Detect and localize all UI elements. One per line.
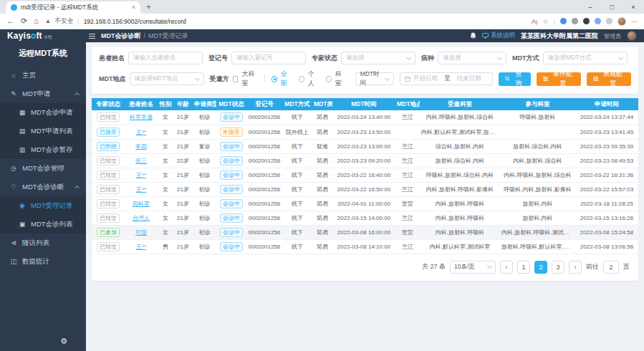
cell-age: 21岁 [173,110,193,125]
new-tab-button[interactable]: + [146,2,151,12]
condition-config-button[interactable]: 条件配置 [537,72,581,86]
sidebar-item-mdt-consult-draft[interactable]: ▥MDT会诊暂存 [0,140,86,159]
next-page-button[interactable]: › [569,261,582,274]
extension-icon[interactable] [606,18,612,24]
mdt-place-select[interactable]: 请选择MDT地点 [130,72,204,85]
app-logo[interactable]: Kayisoft 卡司 [0,31,86,41]
sidebar-item-mdt-consult-manage[interactable]: ◷MDT会诊管理 [0,159,86,178]
window-minimize-button[interactable]: – [580,0,601,14]
browser-menu-icon[interactable]: ⋯ [631,18,638,25]
column-header-9: MDT时间 [332,98,395,110]
cell-expert-status: 已转交 [92,153,125,168]
extension-icon[interactable] [560,18,567,24]
column-header-12: 参与科室 [500,98,575,110]
browser-profile-avatar[interactable] [617,17,626,26]
logo-text: Kayis [7,31,31,41]
settings-gear-icon[interactable]: ⚙ [60,337,67,346]
sidebar-item-mdt-apply[interactable]: ✎MDT申请 [0,85,86,103]
sidebar-item-home[interactable]: ⌂主页 [0,66,86,85]
extension-icon[interactable] [595,18,601,24]
sidebar-item-data-stats[interactable]: ◫数据统计 [0,252,86,271]
cell-reg-no: 0002001256 [246,182,282,196]
mdt-mode-select[interactable]: 请选择MDT方式 [543,52,628,64]
address-bar[interactable]: ▲ 不安全 | 192.168.0.156:9002/consultate/re… [45,17,525,26]
extension-icon[interactable] [583,18,590,24]
table-row: 已拒绝李四女21岁复诊会诊中0002001256线下疑难2022-03-23 1… [92,139,638,153]
cell-mdt-place: 兰江 [395,239,420,254]
pagination-total: 共 27 条 [422,262,446,271]
prev-page-button[interactable]: ‹ [500,261,513,274]
patient-name-link[interactable]: 张三 [135,158,147,164]
table-row: 已转交科室受邀女21岁初诊会诊中0002001256线下简易2022-03-24… [92,110,638,125]
cell-mdt-mode: 线下 [282,110,312,125]
logo-text-end: ft [36,31,42,41]
table-config-button[interactable]: 表格配置 [587,72,631,86]
sidebar-item-followup-list[interactable]: ⊲随访列表 [0,234,86,252]
patient-name-link[interactable]: 王** [136,172,146,178]
back-icon[interactable]: ← [6,17,14,25]
home-icon[interactable]: ⌂ [34,17,39,25]
sidebar-item-mdt-accept-record[interactable]: ◉MDT受理记录 [0,196,86,215]
search-button[interactable]: 查询 [499,72,532,86]
time-field-select[interactable]: MDT时间 [355,72,394,85]
tab-close-icon[interactable]: × [132,4,135,11]
patient-name-link[interactable]: 台湾人 [133,215,150,221]
patient-name-link[interactable]: 科室受邀 [130,114,153,120]
radio-all[interactable] [271,76,277,82]
cell-joined-depts: 放射科,内科 [500,211,575,225]
browser-tab[interactable]: mdt受理记录 - 远程MDT系统 × [6,1,140,14]
breadcrumb-section[interactable]: MDT会诊诊断 [101,32,141,41]
bell-icon[interactable] [470,32,476,39]
column-header-7: MDT方式 [282,98,312,110]
cell-mdt-time: 2022-03-23 13:00:00 [332,139,395,153]
cell-apply-type: 初诊 [193,225,216,239]
patient-name-link[interactable]: 四科室 [133,201,150,207]
chevron-down-icon [497,54,502,59]
sidebar-item-mdt-consult-diagnosis[interactable]: ♡MDT会诊诊断 [0,178,86,196]
radio-dept[interactable] [326,76,332,82]
cell-mdt-status: 会诊中 [216,168,246,182]
big-dept-checkbox[interactable] [233,76,239,82]
cell-mdt-time: 2022-03-23 13:50:00 [332,125,395,139]
sidebar-item-mdt-consult-list[interactable]: ▣MDT会诊列表 [0,215,86,234]
reg-no-input[interactable]: 请输入登记号 [231,52,306,64]
sidebar-item-mdt-apply-list[interactable]: ▤MDT申请列表 [0,122,86,140]
patient-name-link[interactable]: 王** [136,129,146,135]
patient-name-link[interactable]: 王** [136,186,146,193]
expert-status-select[interactable]: 请选择 [341,52,415,64]
patient-name-link[interactable]: 王** [136,244,146,250]
page-button-1[interactable]: 1 [517,261,530,274]
page-button-3[interactable]: 3 [552,261,564,274]
cell-joined-depts [500,125,575,139]
radio-personal[interactable] [299,76,304,82]
favorite-star-icon[interactable]: ☆ [543,18,549,25]
system-help-link[interactable]: 系统说明 [482,32,515,40]
cell-mdt-status: 会诊中 [216,139,246,153]
window-maximize-button[interactable]: □ [601,0,623,14]
sidebar-item-mdt-consult-apply[interactable]: ▦MDT会诊申请 [0,103,86,122]
status-badge: 会诊中 [220,142,243,151]
user-avatar[interactable] [627,31,637,41]
date-range-input[interactable]: 开始日期 至 结束日期 [400,72,492,85]
goto-page-input[interactable] [603,261,619,274]
cell-mdt-type: 简易 [312,225,332,239]
cell-age: 21岁 [173,168,193,182]
system-help-label: 系统说明 [491,32,515,40]
patient-name-link[interactable]: 李四 [135,143,147,150]
followup-list-icon: ⊲ [10,239,17,246]
refresh-icon[interactable]: ⟳ [21,17,27,25]
cell-age: 21岁 [173,196,193,211]
patient-name-input[interactable]: 请输入患者姓名 [128,52,203,64]
read-aloud-icon[interactable]: A) [532,18,538,25]
window-close-button[interactable]: × [623,0,644,14]
sidebar-collapse-icon[interactable] [89,34,95,39]
mdt-place-placeholder: 请选择MDT地点 [135,74,178,83]
cell-mdt-mode: 线下 [282,239,312,254]
chevron-down-icon [617,54,623,59]
patient-name-link[interactable]: 可甜 [135,229,147,236]
extension-icon[interactable] [572,18,578,24]
disease-select[interactable]: 请选择 [438,52,506,64]
sidebar-item-label: MDT会诊诊断 [22,183,64,192]
page-button-2[interactable]: 2 [534,261,547,274]
page-size-select[interactable]: 10条/页 [450,261,496,274]
